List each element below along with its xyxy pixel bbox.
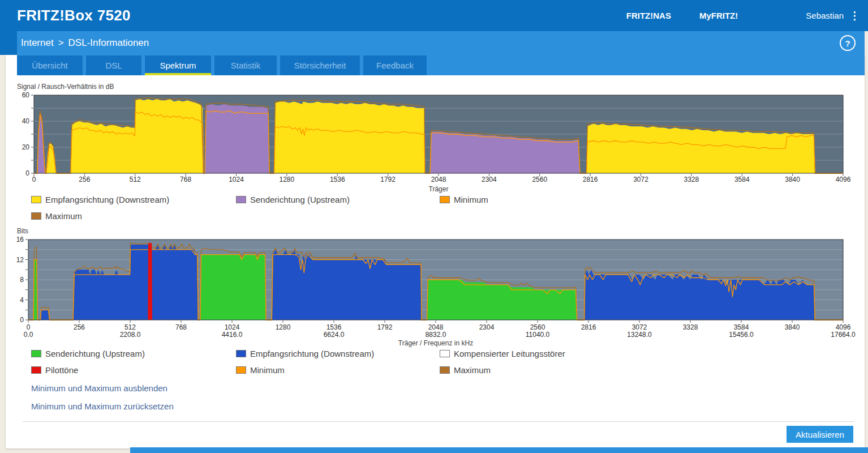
nav-myfritz-link[interactable]: MyFRITZ!: [699, 11, 738, 20]
legend-item: Minimum: [440, 194, 683, 205]
legend-item: Pilottöne: [31, 364, 236, 375]
app-header: FRITZ!Box 7520 FRITZ!NAS MyFRITZ! Sebast…: [0, 0, 868, 31]
legend-swatch: [31, 350, 41, 357]
legend-item: Senderichtung (Upstream): [236, 194, 440, 205]
tab-spektrum[interactable]: Spektrum: [145, 55, 211, 75]
header-left-notch: [0, 31, 17, 55]
tab-dsl[interactable]: DSL: [86, 55, 141, 75]
legend-swatch: [31, 196, 41, 203]
nav-fritznas-link[interactable]: FRITZ!NAS: [626, 11, 671, 20]
user-menu: Sebastian ⋮: [806, 10, 860, 21]
legend-label: Maximum: [454, 365, 491, 375]
tab-label: Feedback: [376, 61, 414, 70]
refresh-button[interactable]: Aktualisieren: [787, 426, 853, 443]
legend-label: Pilottöne: [45, 365, 78, 375]
snr-legend: Empfangsrichtung (Downstream)Senderichtu…: [31, 194, 683, 221]
tab-label: DSL: [105, 61, 122, 70]
bits-legend: Senderichtung (Upstream)Empfangsrichtung…: [31, 348, 683, 375]
legend-label: Minimum: [454, 195, 488, 204]
snr-chart-title: Signal / Rausch-Verhältnis in dB: [17, 83, 114, 91]
legend-label: Empfangsrichtung (Downstream): [45, 195, 169, 204]
legend-item: Maximum: [31, 210, 236, 221]
section-bar: Internet > DSL-Informationen ? Übersicht…: [17, 31, 865, 75]
legend-swatch: [440, 196, 450, 203]
tab-label: Spektrum: [160, 61, 196, 70]
bottom-bar: [130, 447, 868, 453]
legend-item: Kompensierter Leitungsstörer: [440, 348, 683, 359]
legend-label: Minimum: [250, 365, 285, 375]
fritzbox-page: FRITZ!Box 7520 FRITZ!NAS MyFRITZ! Sebast…: [0, 0, 868, 453]
legend-label: Empfangsrichtung (Downstream): [250, 349, 374, 358]
tab-label: Statistik: [231, 61, 261, 70]
legend-swatch: [440, 366, 450, 374]
legend-label: Kompensierter Leitungsstörer: [454, 349, 565, 358]
legend-swatch: [236, 196, 246, 203]
app-title: FRITZ!Box 7520: [17, 7, 131, 24]
hide-minmax-link[interactable]: Minimum und Maximum ausblenden: [31, 383, 167, 393]
reset-minmax-link[interactable]: Minimum und Maximum zurücksetzen: [31, 401, 174, 411]
legend-item: Senderichtung (Upstream): [31, 348, 236, 359]
user-name: Sebastian: [806, 11, 844, 20]
legend-item: Minimum: [236, 364, 440, 375]
bits-chart-title: Bits: [17, 227, 28, 235]
breadcrumb-section-link[interactable]: Internet: [21, 37, 54, 49]
legend-swatch: [236, 366, 246, 374]
kebab-menu-icon[interactable]: ⋮: [849, 10, 860, 21]
legend-swatch: [31, 212, 41, 220]
tab-label: Übersicht: [32, 61, 67, 70]
legend-label: Maximum: [45, 211, 82, 221]
header-nav: FRITZ!NAS MyFRITZ! Sebastian ⋮: [626, 10, 868, 21]
breadcrumb: Internet > DSL-Informationen: [21, 37, 149, 49]
legend-item: Empfangsrichtung (Downstream): [236, 348, 440, 359]
tab-feedback[interactable]: Feedback: [363, 55, 427, 75]
legend-label: Senderichtung (Upstream): [250, 195, 350, 204]
legend-swatch: [236, 350, 246, 357]
legend-label: Senderichtung (Upstream): [45, 349, 145, 358]
legend-item: Empfangsrichtung (Downstream): [31, 194, 236, 205]
active-tab-underline: [145, 73, 211, 75]
tab-label: Störsicherheit: [294, 61, 346, 70]
legend-swatch: [31, 366, 41, 374]
breadcrumb-separator: >: [58, 37, 64, 49]
legend-item: Maximum: [440, 364, 683, 375]
tab-statistik[interactable]: Statistik: [214, 55, 277, 75]
help-icon[interactable]: ?: [840, 35, 856, 51]
tab-bersicht[interactable]: Übersicht: [17, 55, 83, 75]
footer-divider: [23, 421, 854, 422]
legend-swatch: [440, 350, 450, 357]
breadcrumb-current-page: DSL-Informationen: [68, 37, 149, 49]
tab-bar: ÜbersichtDSLSpektrumStatistikStörsicherh…: [17, 55, 427, 75]
tab-strsicherheit[interactable]: Störsicherheit: [280, 55, 360, 75]
